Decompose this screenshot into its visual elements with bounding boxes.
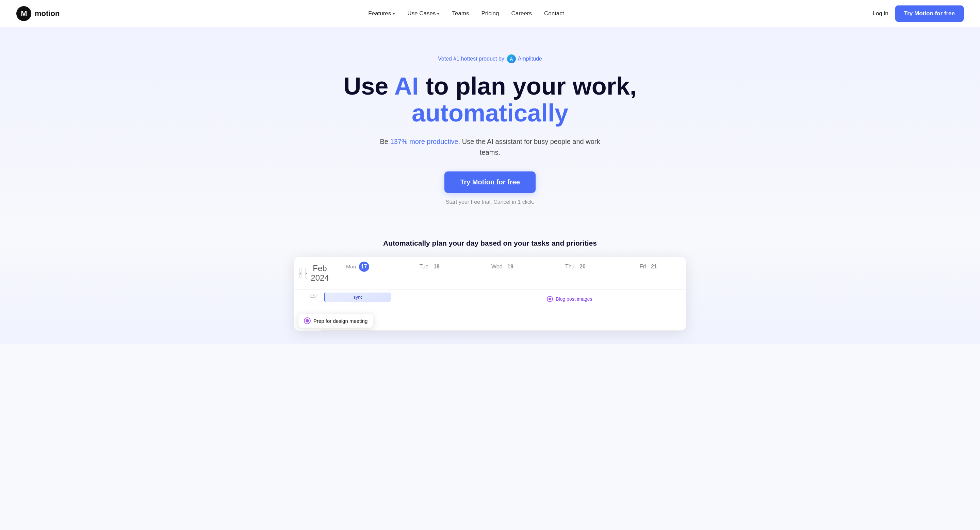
- nav-links: Features Use Cases Teams Pricing Careers: [368, 10, 564, 17]
- logo-text: motion: [35, 9, 60, 18]
- nav-item-contact[interactable]: Contact: [544, 10, 564, 17]
- nav-item-careers[interactable]: Careers: [511, 10, 531, 17]
- hero-title: Use AI to plan your work,: [343, 73, 636, 100]
- nav-cta-button[interactable]: Try Motion for free: [895, 5, 964, 22]
- calendar-next-button[interactable]: ›: [305, 268, 308, 279]
- thu-badge: 20: [578, 262, 588, 272]
- col-header-fri: Fri 21: [613, 257, 686, 290]
- wed-badge: 19: [505, 262, 515, 272]
- calendar-header-controls: ‹ › Feb 2024: [294, 257, 321, 290]
- hero-description: Be 137% more productive. Use the AI assi…: [374, 136, 606, 158]
- task-check-icon: [304, 317, 311, 324]
- event-check-icon: [547, 296, 553, 302]
- amplitude-icon: A: [507, 54, 516, 63]
- hero-section: Voted #1 hottest product by A Amplitude …: [0, 27, 980, 239]
- cell-tue: [394, 290, 467, 331]
- logo-icon: M: [16, 6, 31, 21]
- calendar-caption: Automatically plan your day based on you…: [294, 239, 686, 247]
- nav-item-features[interactable]: Features: [368, 10, 395, 17]
- hero-badge: Voted #1 hottest product by A Amplitude: [438, 54, 542, 63]
- login-link[interactable]: Log in: [872, 10, 888, 17]
- col-header-mon: Mon 17: [321, 257, 394, 290]
- today-badge: 17: [359, 262, 369, 272]
- amplitude-logo: A Amplitude: [507, 54, 542, 63]
- tue-badge: 18: [431, 262, 442, 272]
- task-card: Prep for design meeting: [298, 314, 373, 328]
- col-header-tue: Tue 18: [394, 257, 467, 290]
- calendar-body: EST sync: [294, 290, 686, 331]
- chevron-down-icon: [437, 13, 440, 14]
- hero-subtitle: automatically: [412, 100, 568, 127]
- col-header-wed: Wed 19: [467, 257, 540, 290]
- event-sync: sync: [324, 292, 391, 302]
- nav-item-pricing[interactable]: Pricing: [482, 10, 499, 17]
- logo-link[interactable]: M motion: [16, 6, 60, 21]
- calendar-header-row: ‹ › Feb 2024 Mon 17 Tue 18: [294, 257, 686, 290]
- hero-cta-button[interactable]: Try Motion for free: [444, 171, 536, 193]
- nav-item-teams[interactable]: Teams: [452, 10, 469, 17]
- calendar-section: Automatically plan your day based on you…: [0, 239, 980, 344]
- thu-event-block: Blog post images: [543, 292, 610, 305]
- cell-fri: [613, 290, 686, 331]
- fri-badge: 21: [649, 262, 659, 272]
- chevron-down-icon: [392, 13, 395, 14]
- nav-actions: Log in Try Motion for free: [872, 5, 964, 22]
- hero-footnote: Start your free trial. Cancel in 1 click…: [446, 199, 535, 205]
- cell-thu: Blog post images: [540, 290, 613, 331]
- calendar-container: ‹ › Feb 2024 Mon 17 Tue 18: [294, 257, 686, 331]
- col-header-thu: Thu 20: [540, 257, 613, 290]
- navbar: M motion Features Use Cases Teams Pricin…: [0, 0, 980, 27]
- cell-wed: [467, 290, 540, 331]
- nav-item-use-cases[interactable]: Use Cases: [407, 10, 440, 17]
- calendar-prev-button[interactable]: ‹: [299, 268, 302, 279]
